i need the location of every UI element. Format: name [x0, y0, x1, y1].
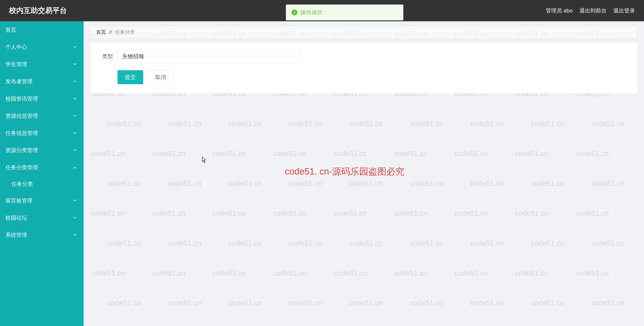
sidebar-subitem-task-category[interactable]: 任务分类 — [0, 176, 84, 192]
chevron-up-icon — [73, 166, 77, 170]
sidebar-item-label: 学生管理 — [6, 61, 27, 68]
sidebar: 首页 个人中心 学生管理 发布者管理 校园资讯管理 资源信息管理 任务信息管理 … — [0, 21, 84, 326]
sidebar-item-resource-category[interactable]: 资源分类管理 — [0, 142, 84, 159]
chevron-down-icon — [73, 216, 77, 220]
sidebar-item-label: 发布者管理 — [6, 78, 32, 85]
sidebar-item-label: 校园资讯管理 — [6, 95, 38, 102]
sidebar-item-task-category[interactable]: 任务分类管理 — [0, 159, 84, 176]
type-label: 类型 — [100, 53, 113, 60]
sidebar-item-publisher[interactable]: 发布者管理 — [0, 73, 84, 90]
sidebar-item-label: 校园论坛 — [6, 214, 27, 221]
chevron-down-icon — [73, 45, 77, 49]
sidebar-item-label: 系统管理 — [6, 231, 27, 239]
sidebar-item-system[interactable]: 系统管理 — [0, 226, 84, 244]
sidebar-item-label: 任务分类管理 — [6, 164, 38, 171]
sidebar-item-forum[interactable]: 校园论坛 — [0, 209, 84, 226]
sidebar-item-label: 个人中心 — [6, 44, 27, 51]
sidebar-item-personal[interactable]: 个人中心 — [0, 39, 84, 56]
toast-message: 操作成功 — [300, 9, 322, 16]
chevron-down-icon — [73, 62, 77, 66]
form-panel: 类型 提交 取消 — [90, 43, 637, 93]
chevron-down-icon — [73, 79, 77, 84]
breadcrumb: 首页 // 任务分类 — [90, 26, 637, 39]
sidebar-subitem-label: 任务分类 — [11, 181, 33, 188]
exit-to-front-link[interactable]: 退出到前台 — [579, 7, 606, 14]
sidebar-item-home[interactable]: 首页 — [0, 21, 84, 39]
cancel-button[interactable]: 取消 — [148, 70, 174, 84]
submit-button[interactable]: 提交 — [118, 70, 143, 84]
header-right: 管理员 abo 退出到前台 退出登录 — [546, 7, 635, 14]
sidebar-item-student[interactable]: 学生管理 — [0, 56, 84, 73]
breadcrumb-home[interactable]: 首页 — [96, 29, 106, 36]
chevron-down-icon — [73, 148, 77, 152]
chevron-down-icon — [73, 199, 77, 203]
type-input[interactable] — [118, 49, 300, 63]
chevron-down-icon — [73, 233, 77, 237]
chevron-down-icon — [73, 131, 77, 135]
chevron-down-icon — [73, 97, 77, 101]
sidebar-item-label: 资源信息管理 — [6, 112, 38, 119]
sidebar-item-label: 任务信息管理 — [6, 129, 38, 137]
chevron-down-icon — [73, 114, 77, 118]
check-icon: ✓ — [292, 10, 297, 15]
success-toast: ✓ 操作成功 — [286, 5, 403, 20]
sidebar-item-label: 资源分类管理 — [6, 147, 38, 154]
app-title: 校内互助交易平台 — [9, 6, 67, 16]
sidebar-item-news[interactable]: 校园资讯管理 — [0, 90, 84, 107]
sidebar-item-label: 首页 — [6, 26, 16, 34]
breadcrumb-current: 任务分类 — [115, 29, 135, 36]
form-row-type: 类型 — [100, 49, 628, 63]
breadcrumb-separator: // — [109, 29, 112, 35]
watermark-center-text: code51. cn-源码乐园盗图必究 — [285, 165, 404, 178]
form-actions: 提交 取消 — [118, 70, 628, 84]
sidebar-item-task-info[interactable]: 任务信息管理 — [0, 124, 84, 142]
sidebar-item-message-board[interactable]: 留言板管理 — [0, 192, 84, 209]
logout-link[interactable]: 退出登录 — [613, 7, 635, 14]
sidebar-item-label: 留言板管理 — [6, 197, 32, 204]
user-label[interactable]: 管理员 abo — [546, 7, 572, 14]
sidebar-item-resource-info[interactable]: 资源信息管理 — [0, 107, 84, 124]
